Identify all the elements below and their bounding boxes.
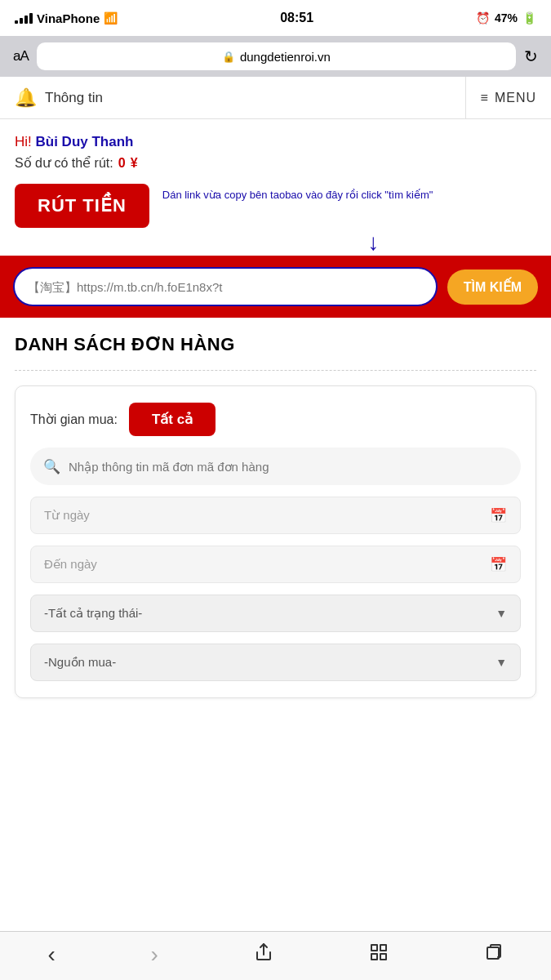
- balance-label: Số dư có thể rút:: [15, 155, 113, 171]
- nav-bar: 🔔 Thông tin ≡ MENU: [0, 77, 551, 119]
- bookmarks-icon: [369, 942, 389, 967]
- svg-rect-2: [380, 945, 386, 951]
- tat-ca-button[interactable]: Tất cả: [129, 403, 216, 436]
- time-filter-row: Thời gian mua: Tất cả: [30, 403, 521, 436]
- wifi-icon: 📶: [104, 11, 118, 24]
- greeting-hi: Hi!: [15, 134, 32, 149]
- battery-icon: 🔋: [522, 11, 536, 24]
- from-date-input[interactable]: Từ ngày 📅: [30, 497, 521, 534]
- carrier-label: VinaPhone: [37, 11, 100, 25]
- url-bar[interactable]: 🔒 dungdetienroi.vn: [37, 42, 516, 70]
- filter-card: Thời gian mua: Tất cả 🔍 Từ ngày 📅 Đến ng…: [15, 385, 536, 698]
- search-input-wrapper[interactable]: [13, 267, 438, 306]
- bell-icon: 🔔: [15, 87, 37, 109]
- tabs-button[interactable]: [471, 936, 517, 973]
- svg-rect-5: [487, 947, 499, 959]
- search-order-wrapper[interactable]: 🔍: [30, 448, 521, 485]
- balance-currency: ¥: [131, 156, 138, 171]
- to-date-calendar-icon: 📅: [490, 556, 507, 573]
- status-chevron-icon: ▼: [495, 607, 507, 620]
- status-right: ⏰ 47% 🔋: [476, 11, 536, 24]
- bottom-nav: ‹ ›: [0, 931, 551, 980]
- svg-rect-4: [380, 954, 386, 960]
- source-placeholder: -Nguồn mua-: [44, 655, 116, 670]
- browser-bar: aA 🔒 dungdetienroi.vn ↻: [0, 36, 551, 77]
- font-size-control[interactable]: aA: [13, 48, 29, 65]
- user-name: Bùi Duy Thanh: [36, 134, 134, 149]
- forward-icon: ›: [151, 942, 158, 968]
- nav-title: Thông tin: [45, 90, 103, 106]
- refresh-button[interactable]: ↻: [524, 47, 538, 66]
- greeting-text: Hi! Bùi Duy Thanh: [15, 134, 536, 150]
- back-icon: ‹: [47, 942, 55, 968]
- balance-row: Số dư có thể rút: 0 ¥: [15, 155, 536, 171]
- from-date-placeholder: Từ ngày: [44, 508, 90, 523]
- source-chevron-icon: ▼: [495, 656, 507, 669]
- svg-rect-3: [371, 954, 377, 960]
- from-date-calendar-icon: 📅: [490, 507, 507, 524]
- status-bar: VinaPhone 📶 08:51 ⏰ 47% 🔋: [0, 0, 551, 36]
- balance-value: 0: [118, 156, 126, 171]
- menu-label: MENU: [495, 91, 536, 105]
- search-order-input[interactable]: [69, 460, 508, 474]
- svg-rect-1: [371, 945, 377, 951]
- to-date-input[interactable]: Đến ngày 📅: [30, 546, 521, 583]
- nav-right-section[interactable]: ≡ MENU: [466, 77, 551, 118]
- tim-kiem-button[interactable]: TÌM KIẾM: [447, 270, 538, 305]
- to-date-placeholder: Đến ngày: [44, 557, 97, 572]
- share-button[interactable]: [241, 936, 287, 973]
- signal-icon: [15, 12, 33, 24]
- hamburger-icon: ≡: [481, 91, 488, 105]
- forward-button[interactable]: ›: [138, 935, 171, 974]
- main-content: Hi! Bùi Duy Thanh Số dư có thể rút: 0 ¥ …: [0, 119, 551, 228]
- hint-text: Dán link vừa copy bên taobao vào đây rồi…: [162, 184, 536, 203]
- lock-icon: 🔒: [222, 51, 235, 63]
- action-row: RÚT TIỀN Dán link vừa copy bên taobao và…: [15, 184, 536, 228]
- orders-section: DANH SÁCH ĐƠN HÀNG Thời gian mua: Tất cả…: [0, 318, 551, 715]
- battery-label: 47%: [495, 11, 518, 24]
- status-placeholder: -Tất cả trạng thái-: [44, 606, 142, 621]
- source-select[interactable]: -Nguồn mua- ▼: [30, 644, 521, 681]
- arrow-container: ↓: [196, 231, 551, 254]
- back-button[interactable]: ‹: [34, 935, 68, 974]
- bookmarks-button[interactable]: [356, 936, 402, 973]
- url-text: dungdetienroi.vn: [240, 50, 331, 64]
- down-arrow-icon: ↓: [368, 231, 380, 254]
- search-input[interactable]: [28, 280, 423, 294]
- alarm-icon: ⏰: [476, 11, 490, 24]
- tabs-icon: [484, 942, 504, 967]
- time-label: Thời gian mua:: [30, 412, 118, 427]
- status-time: 08:51: [280, 11, 313, 25]
- orders-divider: [15, 370, 536, 371]
- search-section: TÌM KIẾM: [0, 256, 551, 318]
- nav-left-section[interactable]: 🔔 Thông tin: [0, 77, 466, 118]
- share-icon: [254, 942, 273, 967]
- status-select[interactable]: -Tất cả trạng thái- ▼: [30, 595, 521, 632]
- rut-tien-button[interactable]: RÚT TIỀN: [15, 184, 149, 228]
- search-order-icon: 🔍: [43, 458, 60, 475]
- orders-title: DANH SÁCH ĐƠN HÀNG: [15, 334, 536, 355]
- status-left: VinaPhone 📶: [15, 11, 118, 25]
